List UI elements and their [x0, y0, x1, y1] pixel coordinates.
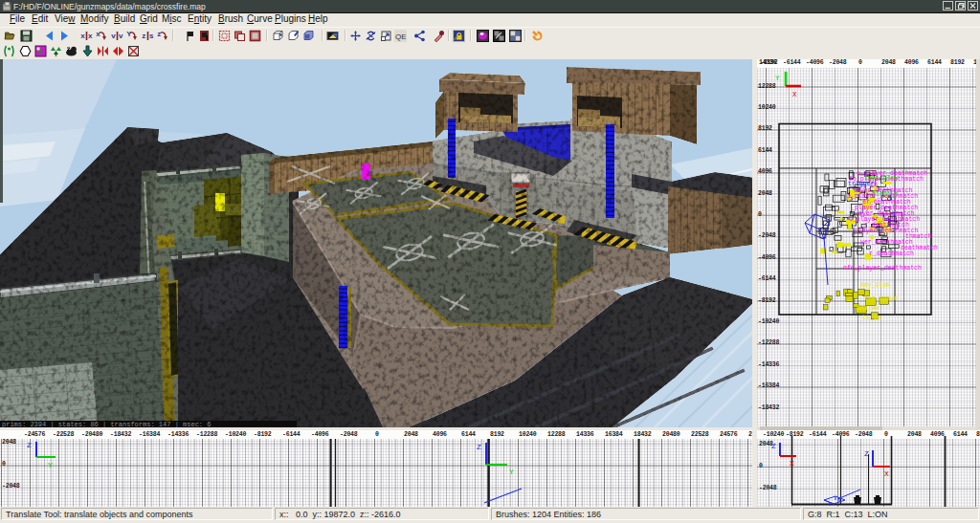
svg-text:nfo_player_deathmatch: nfo_player_deathmatch: [843, 265, 922, 272]
svg-text:deathmatch: deathmatch: [901, 245, 938, 251]
svg-text:X: X: [792, 91, 797, 98]
svg-text:z: z: [157, 30, 161, 38]
svg-text:aaa_ww: aaa_ww: [857, 305, 880, 312]
svg-text:Y: Y: [126, 30, 132, 38]
svg-text:x: x: [88, 32, 93, 40]
svg-text:light_s: light_s: [872, 191, 898, 198]
svg-text:trigger: trigger: [848, 181, 874, 187]
svg-text:QE: QE: [395, 33, 407, 41]
svg-text:Z: Z: [477, 443, 481, 451]
svg-text:prims: 2394 | states: 86 | tra: prims: 2394 | states: 86 | transforms: 1…: [2, 421, 211, 427]
svg-text:X: X: [790, 459, 794, 468]
svg-text:mmy_item: mmy_item: [860, 282, 890, 289]
svg-text:tt_uu: tt_uu: [862, 315, 881, 321]
svg-text:Z: Z: [771, 442, 776, 450]
svg-text:tem_spawn: tem_spawn: [864, 295, 898, 302]
svg-text:v: v: [111, 32, 116, 40]
svg-text:Y: Y: [509, 468, 514, 476]
svg-text:z: z: [142, 32, 145, 40]
svg-text:v: v: [119, 32, 123, 40]
svg-text:x: x: [96, 30, 100, 38]
svg-text:Z: Z: [864, 449, 869, 458]
svg-text:Y: Y: [48, 461, 53, 469]
svg-text:r_deathmatch: r_deathmatch: [869, 251, 914, 257]
svg-text:s: s: [149, 32, 154, 40]
svg-text:thmatch: thmatch: [905, 233, 931, 240]
svg-text:X: X: [884, 469, 889, 478]
svg-text:x: x: [80, 32, 85, 40]
svg-text:Z: Z: [27, 441, 32, 449]
svg-text:Y: Y: [775, 75, 780, 82]
